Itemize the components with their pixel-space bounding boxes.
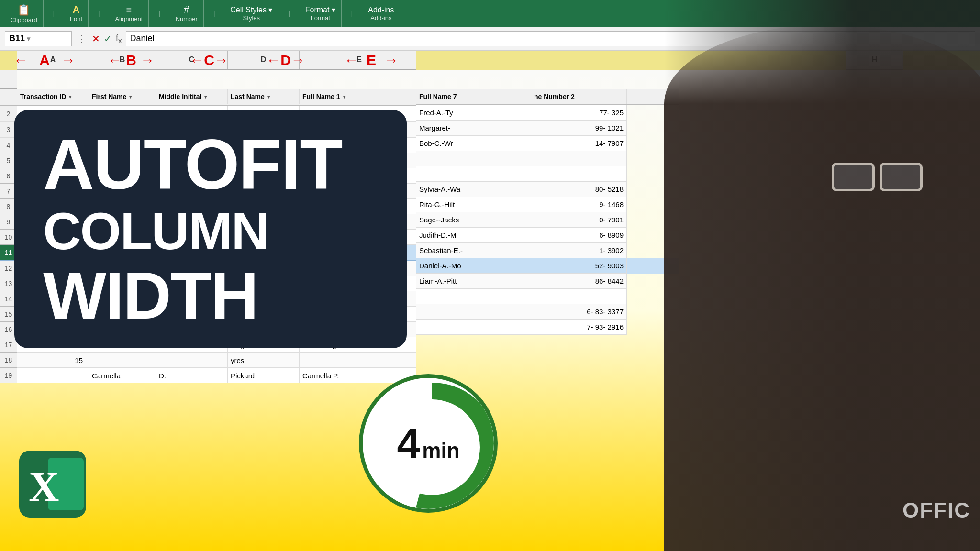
corner-cell — [0, 70, 17, 89]
ribbon-number-label: Number — [176, 15, 198, 22]
right-cell-r12c1[interactable]: Daniel-A.-Mo — [416, 258, 531, 274]
header-middle-initial[interactable]: Middle Initital ▾ — [156, 89, 228, 104]
right-table-row: Margaret-99- 1021 — [416, 121, 679, 136]
header-full-name[interactable]: Full Name 1 ▾ — [300, 89, 419, 104]
right-cell-r7c1[interactable]: Sylvia-A.-Wa — [416, 182, 531, 197]
cell-D18[interactable]: yres — [228, 353, 300, 368]
overlay-title: AUTOFIT — [43, 129, 378, 200]
cell-B19[interactable]: Carmella — [89, 368, 156, 383]
ribbon-styles[interactable]: Cell Styles ▾ Styles — [224, 0, 278, 27]
cancel-icon[interactable]: ✕ — [92, 33, 100, 44]
overlay-subtitle: COLUMN — [43, 205, 378, 257]
ribbon-font-label: Font — [70, 15, 82, 22]
fx-icon[interactable]: fx — [116, 33, 122, 44]
right-table-row: Sage--Jacks0- 7901 — [416, 212, 679, 228]
cell-B18[interactable] — [89, 353, 156, 368]
right-cell-r16c1[interactable] — [416, 320, 531, 335]
right-cell-r5c1[interactable] — [416, 151, 531, 166]
row-num-18: 18 — [0, 353, 17, 368]
right-cell-r10c2[interactable]: 6- 8909 — [531, 228, 627, 243]
right-cell-r3c2[interactable]: 99- 1021 — [531, 121, 627, 136]
header-dropdown-D[interactable]: ▾ — [267, 94, 270, 99]
header-dropdown-E[interactable]: ▾ — [343, 94, 345, 99]
cell-C19[interactable]: D. — [156, 368, 228, 383]
right-cell-r11c1[interactable]: Sebastian-E.- — [416, 243, 531, 258]
right-table-row: Sylvia-A.-Wa80- 5218 — [416, 182, 679, 197]
cell-ref-dropdown[interactable]: ▾ — [27, 35, 30, 43]
right-cell-r10c1[interactable]: Judith-D.-M — [416, 228, 531, 243]
right-cell-r12c2[interactable]: 52- 9003 — [531, 258, 627, 274]
right-cell-r2c2[interactable]: 77- 325 — [531, 105, 627, 121]
right-cell-r15c2[interactable]: 6- 83- 3377 — [531, 304, 627, 320]
column-letters-row: A B C D E — [17, 51, 416, 70]
cell-D19[interactable]: Pickard — [228, 368, 300, 383]
right-cell-r15c1[interactable] — [416, 304, 531, 320]
header-first-name[interactable]: First Name ▾ — [89, 89, 156, 104]
right-cell-r9c2[interactable]: 0- 7901 — [531, 212, 627, 228]
table-row: 19CarmellaD.PickardCarmella P. — [0, 368, 416, 383]
right-table-row: 6- 83- 3377 — [416, 304, 679, 320]
header-last-name[interactable]: Last Name ▾ — [228, 89, 300, 104]
right-table-row: Daniel-A.-Mo52- 9003 — [416, 258, 679, 274]
person-area: OFFIC — [664, 0, 980, 551]
glasses-right — [880, 163, 923, 191]
table-row: 1815yres — [0, 353, 416, 368]
right-header-number2[interactable]: ne Number 2 — [531, 89, 627, 104]
header-dropdown-B[interactable]: ▾ — [129, 94, 132, 99]
right-cell-r4c2[interactable]: 14- 7907 — [531, 136, 627, 151]
right-cell-r16c2[interactable]: 7- 93- 2916 — [531, 320, 627, 335]
right-cell-r6c2[interactable] — [531, 166, 627, 182]
ribbon-alignment[interactable]: ≡ Alignment — [109, 0, 149, 27]
right-table-row — [416, 289, 679, 304]
overlay-subtitle2: WIDTH — [43, 262, 378, 329]
col-letter-C[interactable]: C — [156, 51, 228, 69]
ribbon-clipboard[interactable]: 📋 Clipboard — [5, 0, 44, 27]
cell-C18[interactable] — [156, 353, 228, 368]
glasses-left — [832, 163, 875, 191]
right-cell-r9c1[interactable]: Sage--Jacks — [416, 212, 531, 228]
right-cell-r3c1[interactable]: Margaret- — [416, 121, 531, 136]
right-cell-r8c2[interactable]: 9- 1468 — [531, 197, 627, 212]
header-transaction-id[interactable]: Transaction ID ▾ — [17, 89, 89, 104]
row-num-header — [0, 89, 17, 105]
col-letter-B[interactable]: B — [89, 51, 156, 69]
cell-A18[interactable]: 15 — [17, 353, 89, 368]
cell-reference-box[interactable]: B11 ▾ — [5, 31, 72, 46]
header-last-name-text: Last Name — [231, 93, 265, 100]
right-cell-r4c1[interactable]: Bob-C.-Wr — [416, 136, 531, 151]
right-table-row: Sebastian-E.-1- 3902 — [416, 243, 679, 258]
ribbon-alignment-label: Alignment — [115, 15, 143, 22]
col-letter-E[interactable]: E — [300, 51, 419, 69]
timer-display: 4 min — [397, 422, 459, 464]
right-cell-r11c2[interactable]: 1- 3902 — [531, 243, 627, 258]
ribbon-format[interactable]: Format ▾ Format — [300, 0, 342, 27]
header-full-name-text: Full Name 1 — [302, 93, 340, 100]
right-cell-r14c1[interactable] — [416, 289, 531, 304]
ribbon-sep2: | — [98, 10, 100, 17]
timer-circle: 4 min — [359, 374, 498, 513]
ribbon-addins[interactable]: Add-ins Add-ins — [362, 0, 400, 27]
ribbon-sep4: | — [213, 10, 215, 17]
header-dropdown-C[interactable]: ▾ — [204, 94, 207, 99]
right-cell-r13c2[interactable]: 86- 8442 — [531, 274, 627, 289]
right-cell-r6c1[interactable] — [416, 166, 531, 182]
right-header-fullname7[interactable]: Full Name 7 — [416, 89, 531, 104]
cell-A19[interactable] — [17, 368, 89, 383]
row-num-17: 17 — [0, 337, 17, 353]
right-cell-r14c2[interactable] — [531, 289, 627, 304]
right-cell-r2c1[interactable]: Fred-A.-Ty — [416, 105, 531, 121]
cell-E18[interactable] — [300, 353, 419, 368]
ribbon-addins-label: Add-ins — [370, 14, 391, 22]
header-dropdown-A[interactable]: ▾ — [69, 94, 71, 99]
ribbon-font[interactable]: A Font — [64, 0, 89, 27]
ribbon-number[interactable]: # Number — [170, 0, 204, 27]
right-cell-r5c2[interactable] — [531, 151, 627, 166]
col-letter-A[interactable]: A — [17, 51, 89, 69]
overlay-box: AUTOFIT COLUMN WIDTH — [14, 110, 407, 348]
confirm-icon[interactable]: ✓ — [104, 33, 112, 44]
col-letter-D[interactable]: D — [228, 51, 300, 69]
right-cell-r13c1[interactable]: Liam-A.-Pitt — [416, 274, 531, 289]
right-cell-r8c1[interactable]: Rita-G.-Hilt — [416, 197, 531, 212]
right-table-row: Liam-A.-Pitt86- 8442 — [416, 274, 679, 289]
right-cell-r7c2[interactable]: 80- 5218 — [531, 182, 627, 197]
